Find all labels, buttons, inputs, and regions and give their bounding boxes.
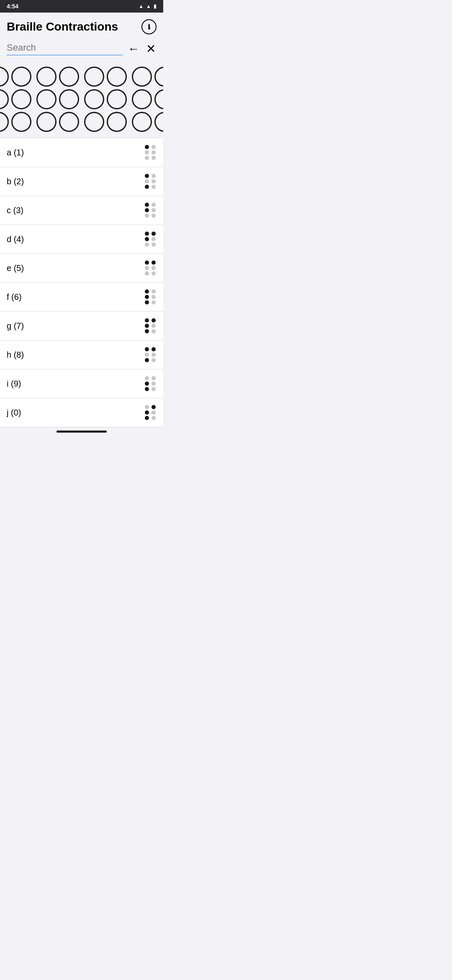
indicator-dot [145, 376, 149, 380]
item-label: d (4) [7, 235, 24, 244]
indicator-dot [152, 260, 156, 265]
indicator-dot [152, 387, 156, 391]
indicator-dot [152, 353, 156, 357]
item-label: e (5) [7, 263, 24, 273]
indicator-dot [152, 329, 156, 333]
dot-3-5[interactable] [84, 112, 104, 132]
back-button[interactable]: ← [127, 41, 140, 57]
dot-1-1[interactable] [0, 67, 9, 87]
home-bar [56, 431, 107, 433]
list-item[interactable]: a (1) [0, 138, 163, 167]
item-label: h (8) [7, 350, 24, 360]
list-container: a (1)b (2)c (3)d (4)e (5)f (6)g (7)h (8)… [0, 138, 163, 427]
indicator-dot [152, 232, 156, 236]
indicator-dot [145, 232, 149, 236]
indicator-dot [145, 145, 149, 149]
indicator-dot [145, 347, 149, 351]
indicator-dot [152, 324, 156, 328]
close-icon: ✕ [146, 42, 156, 56]
braille-cell-4[interactable] [132, 67, 163, 132]
indicator-dot [145, 329, 149, 333]
dot-4-1[interactable] [132, 67, 152, 87]
dot-4-5[interactable] [132, 112, 152, 132]
dot-2-2[interactable] [59, 67, 79, 87]
dot-2-6[interactable] [59, 112, 79, 132]
search-actions: ← ✕ [127, 41, 157, 57]
status-bar: 4:54 ▲ ▲ ▮ [0, 0, 163, 13]
indicator-dot [152, 179, 156, 183]
dot-3-2[interactable] [107, 67, 127, 87]
battery-icon: ▮ [154, 3, 157, 9]
indicator-dot [145, 353, 149, 357]
dot-3-3[interactable] [84, 89, 104, 109]
dot-4-2[interactable] [154, 67, 163, 87]
indicator-dot [145, 416, 149, 420]
indicator-dot [145, 260, 149, 265]
braille-indicator [145, 347, 157, 362]
braille-indicator [145, 145, 157, 160]
indicator-dot [152, 347, 156, 351]
indicator-dot [152, 145, 156, 149]
indicator-dot [145, 237, 149, 241]
dot-2-3[interactable] [36, 89, 56, 109]
indicator-dot [152, 208, 156, 212]
dot-1-2[interactable] [11, 67, 31, 87]
list-item[interactable]: f (6) [0, 283, 163, 312]
dot-1-4[interactable] [11, 89, 31, 109]
indicator-dot [145, 208, 149, 212]
indicator-dot [145, 324, 149, 328]
signal-icon: ▲ [146, 3, 151, 9]
list-item[interactable]: d (4) [0, 225, 163, 254]
indicator-dot [152, 266, 156, 270]
search-input[interactable] [7, 42, 123, 53]
list-item[interactable]: g (7) [0, 312, 163, 340]
list-item[interactable]: j (0) [0, 398, 163, 427]
dot-1-3[interactable] [0, 89, 9, 109]
list-item[interactable]: b (2) [0, 167, 163, 196]
indicator-dot [152, 382, 156, 386]
info-button[interactable]: ℹ [141, 19, 157, 34]
indicator-dot [145, 382, 149, 386]
dot-4-4[interactable] [154, 89, 163, 109]
indicator-dot [145, 318, 149, 322]
braille-cell-1[interactable] [0, 67, 31, 132]
list-item[interactable]: i (9) [0, 369, 163, 398]
list-item[interactable]: c (3) [0, 196, 163, 225]
indicator-dot [152, 174, 156, 178]
list-item[interactable]: h (8) [0, 340, 163, 369]
item-label: c (3) [7, 206, 23, 215]
indicator-dot [145, 358, 149, 362]
braille-cell-3[interactable] [84, 67, 127, 132]
clear-button[interactable]: ✕ [145, 41, 157, 57]
dot-1-6[interactable] [11, 112, 31, 132]
status-icons: ▲ ▲ ▮ [139, 3, 157, 9]
dot-2-4[interactable] [59, 89, 79, 109]
braille-indicator [145, 376, 157, 391]
indicator-dot [145, 150, 149, 155]
item-label: a (1) [7, 148, 24, 157]
indicator-dot [152, 203, 156, 207]
home-indicator [0, 427, 163, 435]
indicator-dot [145, 387, 149, 391]
braille-cell-2[interactable] [36, 67, 79, 132]
dot-1-5[interactable] [0, 112, 9, 132]
info-icon: ℹ [148, 23, 150, 31]
braille-indicator [145, 232, 157, 247]
dot-2-5[interactable] [36, 112, 56, 132]
indicator-dot [145, 410, 149, 415]
indicator-dot [145, 242, 149, 247]
dot-4-6[interactable] [154, 112, 163, 132]
dot-4-3[interactable] [132, 89, 152, 109]
dot-3-6[interactable] [107, 112, 127, 132]
braille-indicator [145, 203, 157, 218]
dot-3-1[interactable] [84, 67, 104, 87]
list-item[interactable]: e (5) [0, 254, 163, 283]
indicator-dot [152, 150, 156, 155]
app-title: Braille Contractions [7, 20, 118, 34]
dot-2-1[interactable] [36, 67, 56, 87]
indicator-dot [145, 266, 149, 270]
search-bar: ← ✕ [0, 38, 163, 60]
dot-3-4[interactable] [107, 89, 127, 109]
indicator-dot [145, 214, 149, 218]
item-label: j (0) [7, 408, 21, 418]
